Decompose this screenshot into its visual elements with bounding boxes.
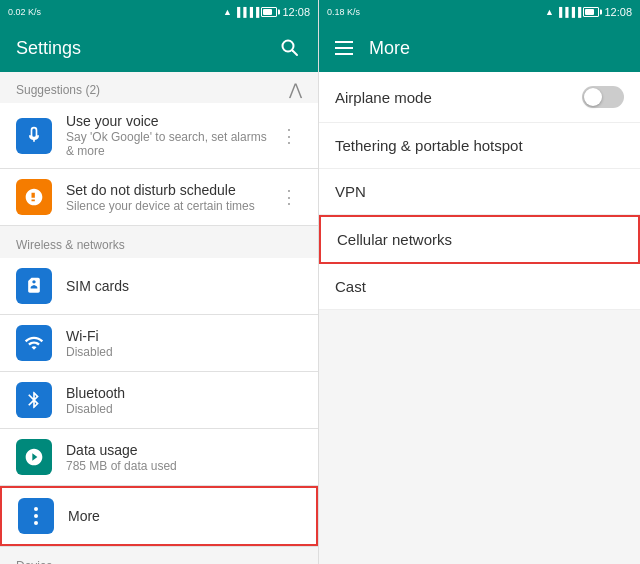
sim-cards-text: SIM cards: [66, 278, 302, 294]
svg-line-1: [293, 51, 298, 56]
collapse-icon: ⋀: [289, 80, 302, 99]
bluetooth-text: Bluetooth Disabled: [66, 385, 302, 416]
hamburger-line-3: [335, 53, 353, 55]
right-battery-icon: [583, 7, 599, 17]
wifi-title: Wi-Fi: [66, 328, 302, 344]
signal-icon: ▐▐▐▐: [234, 7, 260, 17]
battery-icon: [261, 7, 277, 17]
suggestion-do-not-disturb[interactable]: Set do not disturb schedule Silence your…: [0, 169, 318, 225]
tethering-title: Tethering & portable hotspot: [335, 137, 523, 154]
cellular-networks-title: Cellular networks: [337, 231, 452, 248]
search-button[interactable]: [278, 36, 302, 60]
left-status-speed: 0.02 K/s: [8, 7, 219, 17]
do-not-disturb-icon: [16, 179, 52, 215]
use-voice-subtitle: Say 'Ok Google' to search, set alarms & …: [66, 130, 276, 158]
left-toolbar: Settings: [0, 24, 318, 72]
more-text: More: [68, 508, 300, 524]
wifi-item[interactable]: Wi-Fi Disabled: [0, 315, 318, 371]
right-scroll-content: Airplane mode Tethering & portable hotsp…: [319, 72, 640, 564]
wifi-item-icon: [16, 325, 52, 361]
right-status-bar: 0.18 K/s ▲ ▐▐▐▐ 12:08: [319, 0, 640, 24]
data-usage-item[interactable]: Data usage 785 MB of data used: [0, 429, 318, 485]
airplane-mode-title: Airplane mode: [335, 89, 582, 106]
right-toolbar-title: More: [369, 38, 624, 59]
suggestions-header: Suggestions (2) ⋀: [0, 72, 318, 103]
cast-title: Cast: [335, 278, 366, 295]
hamburger-line-2: [335, 47, 353, 49]
sim-cards-item[interactable]: SIM cards: [0, 258, 318, 314]
right-panel: 0.18 K/s ▲ ▐▐▐▐ 12:08 More Airplane mode: [319, 0, 640, 564]
left-toolbar-title: Settings: [16, 38, 278, 59]
right-time: 12:08: [604, 6, 632, 18]
wireless-section-header: Wireless & networks: [0, 226, 318, 258]
right-signal-icon: ▐▐▐▐: [556, 7, 582, 17]
do-not-disturb-text: Set do not disturb schedule Silence your…: [66, 182, 276, 213]
wifi-subtitle: Disabled: [66, 345, 302, 359]
bluetooth-subtitle: Disabled: [66, 402, 302, 416]
more-icon: [18, 498, 54, 534]
right-toolbar: More: [319, 24, 640, 72]
more-item[interactable]: More: [0, 486, 318, 546]
bluetooth-title: Bluetooth: [66, 385, 302, 401]
data-usage-text: Data usage 785 MB of data used: [66, 442, 302, 473]
left-scroll-content: Suggestions (2) ⋀ Use your voice Say 'Ok…: [0, 72, 318, 564]
tethering-item[interactable]: Tethering & portable hotspot: [319, 123, 640, 169]
airplane-mode-item[interactable]: Airplane mode: [319, 72, 640, 123]
bluetooth-icon: [16, 382, 52, 418]
left-panel: 0.02 K/s ▲ ▐▐▐▐ 12:08 Settings Suggestio…: [0, 0, 319, 564]
hamburger-line-1: [335, 41, 353, 43]
toggle-knob: [584, 88, 602, 106]
use-voice-title: Use your voice: [66, 113, 276, 129]
cast-item[interactable]: Cast: [319, 264, 640, 310]
right-status-icons: ▲ ▐▐▐▐ 12:08: [545, 6, 632, 18]
right-wifi-icon: ▲: [545, 7, 554, 17]
use-voice-text: Use your voice Say 'Ok Google' to search…: [66, 113, 276, 158]
use-voice-more-icon[interactable]: ⋮: [276, 125, 302, 147]
use-voice-icon: [16, 118, 52, 154]
suggestion-use-voice[interactable]: Use your voice Say 'Ok Google' to search…: [0, 103, 318, 168]
vpn-item[interactable]: VPN: [319, 169, 640, 215]
do-not-disturb-more-icon[interactable]: ⋮: [276, 186, 302, 208]
airplane-mode-toggle[interactable]: [582, 86, 624, 108]
left-status-icons: ▲ ▐▐▐▐ 12:08: [223, 6, 310, 18]
data-usage-subtitle: 785 MB of data used: [66, 459, 302, 473]
cellular-networks-item[interactable]: Cellular networks: [319, 215, 640, 264]
vpn-title: VPN: [335, 183, 366, 200]
suggestions-header-text: Suggestions (2): [16, 83, 100, 97]
left-time: 12:08: [282, 6, 310, 18]
do-not-disturb-title: Set do not disturb schedule: [66, 182, 276, 198]
right-status-speed: 0.18 K/s: [327, 7, 541, 17]
sim-cards-title: SIM cards: [66, 278, 302, 294]
wifi-icon: ▲: [223, 7, 232, 17]
data-usage-title: Data usage: [66, 442, 302, 458]
wifi-text: Wi-Fi Disabled: [66, 328, 302, 359]
more-title: More: [68, 508, 300, 524]
menu-button[interactable]: [335, 41, 353, 55]
bluetooth-item[interactable]: Bluetooth Disabled: [0, 372, 318, 428]
left-status-bar: 0.02 K/s ▲ ▐▐▐▐ 12:08: [0, 0, 318, 24]
sim-cards-icon: [16, 268, 52, 304]
do-not-disturb-subtitle: Silence your device at certain times: [66, 199, 276, 213]
data-usage-icon: [16, 439, 52, 475]
device-section-header: Device: [0, 547, 318, 564]
